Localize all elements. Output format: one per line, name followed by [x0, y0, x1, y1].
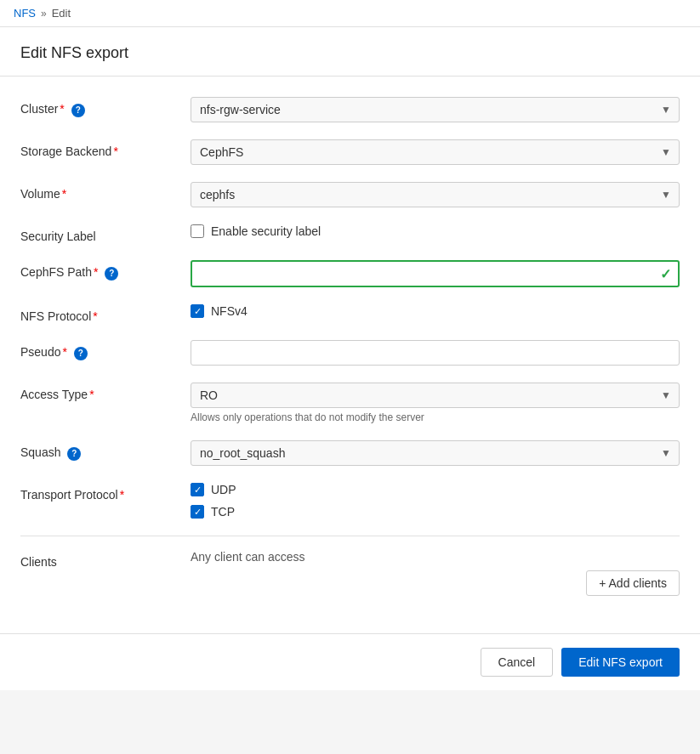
transport-protocol-required: * [120, 488, 124, 502]
security-label-checkbox-text: Enable security label [211, 224, 321, 238]
nfs-protocol-control: ✓ NFSv4 [191, 304, 680, 318]
pseudo-required: * [62, 345, 66, 359]
access-type-hint: Allows only operations that do not modif… [191, 411, 680, 423]
cluster-select-wrapper: nfs-rgw-service ▼ [191, 97, 680, 122]
cluster-control: nfs-rgw-service ▼ [191, 97, 680, 122]
storage-backend-control: CephFS ▼ [191, 139, 680, 165]
squash-select-wrapper: no_root_squash root_squash all_squash ▼ [191, 440, 680, 466]
security-label-control: Enable security label [191, 224, 680, 238]
cancel-button[interactable]: Cancel [481, 648, 554, 677]
nfsv4-label: NFSv4 [211, 304, 248, 318]
volume-control: cephfs ▼ [191, 182, 680, 207]
clients-control: Any client can access + Add clients [191, 550, 680, 596]
cephfs-path-control: / ✓ [191, 260, 680, 287]
clients-divider [20, 536, 680, 536]
volume-row: Volume* cephfs ▼ [20, 182, 680, 207]
cluster-row: Cluster* ? nfs-rgw-service ▼ [20, 97, 680, 122]
storage-backend-required: * [113, 145, 117, 158]
cephfs-path-input[interactable]: / [191, 260, 680, 287]
volume-label: Volume* [20, 182, 191, 201]
pseudo-help-icon[interactable]: ? [74, 347, 88, 360]
page-header: Edit NFS export [0, 27, 700, 77]
nfs-protocol-required: * [93, 309, 97, 323]
add-clients-button[interactable]: + Add clients [586, 570, 680, 596]
pseudo-label: Pseudo* ? [20, 340, 191, 360]
main-content: Edit NFS export Cluster* ? nfs-rgw-servi… [0, 27, 700, 690]
volume-select[interactable]: cephfs [191, 182, 680, 207]
security-label-field-label: Security Label [20, 224, 191, 243]
access-type-required: * [89, 388, 94, 401]
footer-actions: Cancel Edit NFS export [0, 633, 700, 690]
breadcrumb-separator: » [41, 8, 47, 20]
nfs-protocol-label: NFS Protocol* [20, 304, 191, 323]
udp-checkbox-label[interactable]: ✓ UDP [191, 483, 680, 496]
squash-label: Squash ? [20, 440, 191, 461]
breadcrumb: NFS » Edit [0, 0, 700, 27]
edit-nfs-export-button[interactable]: Edit NFS export [561, 648, 680, 677]
cephfs-path-input-wrapper: / ✓ [191, 260, 680, 287]
cephfs-path-required: * [94, 265, 98, 279]
squash-select[interactable]: no_root_squash root_squash all_squash [191, 440, 680, 466]
breadcrumb-current: Edit [52, 7, 71, 20]
storage-backend-select[interactable]: CephFS [191, 139, 680, 165]
access-type-label: Access Type* [20, 383, 191, 401]
storage-backend-row: Storage Backend* CephFS ▼ [20, 139, 680, 165]
udp-checked-icon: ✓ [191, 483, 204, 496]
security-label-row: Security Label Enable security label [20, 224, 680, 243]
squash-help-icon[interactable]: ? [67, 447, 81, 461]
volume-select-wrapper: cephfs ▼ [191, 182, 680, 207]
cephfs-path-help-icon[interactable]: ? [105, 267, 118, 281]
squash-row: Squash ? no_root_squash root_squash all_… [20, 440, 680, 466]
cluster-label: Cluster* ? [20, 97, 191, 117]
page-title: Edit NFS export [20, 44, 680, 62]
nfsv4-checkbox-label[interactable]: ✓ NFSv4 [191, 304, 680, 318]
cluster-required: * [60, 102, 64, 116]
pseudo-row: Pseudo* ? /cephobject [20, 340, 680, 366]
any-client-text: Any client can access [191, 550, 680, 564]
cephfs-path-label: CephFS Path* ? [20, 260, 191, 281]
nfs-protocol-row: NFS Protocol* ✓ NFSv4 [20, 304, 680, 323]
storage-backend-select-wrapper: CephFS ▼ [191, 139, 680, 165]
pseudo-input[interactable]: /cephobject [191, 340, 680, 366]
transport-protocol-row: Transport Protocol* ✓ UDP ✓ TCP [20, 483, 680, 519]
edit-nfs-form: Cluster* ? nfs-rgw-service ▼ Storage Bac… [0, 77, 700, 633]
access-type-select-wrapper: RO RW None ▼ [191, 383, 680, 408]
access-type-control: RO RW None ▼ Allows only operations that… [191, 383, 680, 423]
volume-required: * [62, 187, 66, 201]
clients-label: Clients [20, 550, 191, 569]
cephfs-path-valid-icon: ✓ [660, 266, 671, 282]
tcp-label: TCP [211, 505, 235, 519]
cephfs-path-row: CephFS Path* ? / ✓ [20, 260, 680, 287]
clients-row: Clients Any client can access + Add clie… [20, 550, 680, 596]
storage-backend-label: Storage Backend* [20, 139, 191, 158]
pseudo-control: /cephobject [191, 340, 680, 366]
breadcrumb-nfs-link[interactable]: NFS [14, 7, 36, 20]
access-type-select[interactable]: RO RW None [191, 383, 680, 408]
transport-protocol-label: Transport Protocol* [20, 483, 191, 502]
security-label-checkbox[interactable] [191, 224, 204, 238]
transport-protocol-control: ✓ UDP ✓ TCP [191, 483, 680, 519]
cluster-help-icon[interactable]: ? [71, 104, 85, 117]
udp-label: UDP [211, 483, 236, 496]
access-type-row: Access Type* RO RW None ▼ Allows only op… [20, 383, 680, 423]
squash-control: no_root_squash root_squash all_squash ▼ [191, 440, 680, 466]
cluster-select[interactable]: nfs-rgw-service [191, 97, 680, 122]
tcp-checked-icon: ✓ [191, 505, 204, 519]
transport-protocol-group: ✓ UDP ✓ TCP [191, 483, 680, 519]
security-label-checkbox-label[interactable]: Enable security label [191, 224, 680, 238]
clients-section: Any client can access + Add clients [191, 550, 680, 596]
nfsv4-checked-icon: ✓ [191, 304, 204, 318]
tcp-checkbox-label[interactable]: ✓ TCP [191, 505, 680, 519]
